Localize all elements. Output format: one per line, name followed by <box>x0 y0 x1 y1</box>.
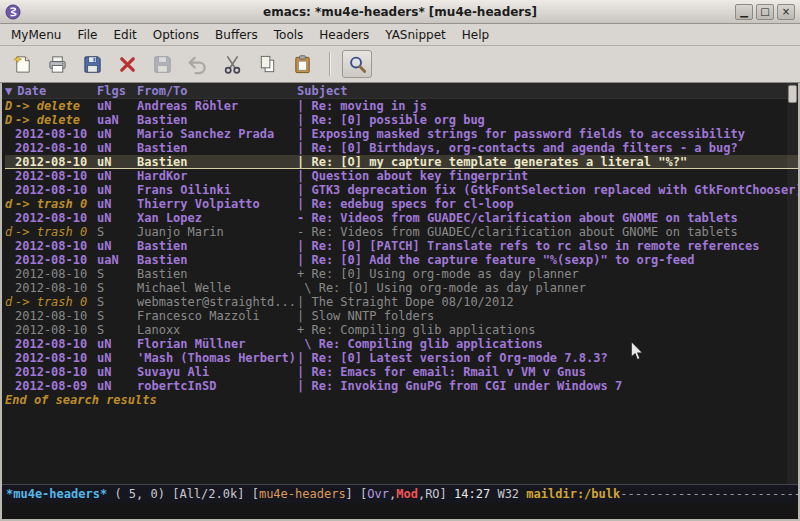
message-date: 2012-08-10 <box>15 281 97 295</box>
menu-item-tools[interactable]: Tools <box>266 26 312 44</box>
copy-button[interactable] <box>252 50 282 78</box>
message-flags: uN <box>97 337 137 351</box>
column-header-date-label: Date <box>17 84 46 98</box>
message-mark <box>5 323 15 337</box>
message-flags: uN <box>97 99 137 113</box>
message-flags: uN <box>97 211 137 225</box>
menu-item-yasnippet[interactable]: YASnippet <box>377 26 454 44</box>
save-button[interactable] <box>77 50 107 78</box>
sort-descending-icon: ▼ <box>5 84 12 98</box>
scrollbar-track[interactable] <box>787 83 798 484</box>
message-row[interactable]: 2012-08-10 uN Florian Müllner \ Re: Comp… <box>5 337 798 351</box>
message-mark <box>5 253 15 267</box>
modeline-ovr: Ovr <box>367 487 389 501</box>
message-date: 2012-08-10 <box>15 155 97 169</box>
message-subject: | Re: [0] possible org bug <box>297 113 798 127</box>
new-file-button[interactable] <box>7 50 37 78</box>
message-date: -> delete <box>15 99 97 113</box>
message-from: Juanjo Marin <box>137 225 297 239</box>
save-as-icon <box>152 54 173 75</box>
message-flags: uN <box>97 365 137 379</box>
message-from: Bastien <box>137 253 297 267</box>
maximize-button[interactable]: □ <box>756 4 774 20</box>
undo-button <box>182 50 212 78</box>
scrollbar-thumb[interactable] <box>788 85 797 103</box>
modeline: *mu4e-headers* ( 5, 0) [All/2.0k] [mu4e-… <box>2 484 798 503</box>
message-row[interactable]: 2012-08-10 uN HardKor | Question about k… <box>5 169 798 183</box>
modeline-mode-close: ] <box>346 487 360 501</box>
message-subject: | Re: Invoking GnuPG from CGI under Wind… <box>297 379 798 393</box>
column-header-from[interactable]: From/To <box>137 84 297 98</box>
message-from: Suvayu Ali <box>137 365 297 379</box>
mu4e-headers-buffer[interactable]: ▼Date Flgs From/To Subject D -> delete u… <box>2 83 798 484</box>
menu-item-headers[interactable]: Headers <box>311 26 377 44</box>
menu-item-edit[interactable]: Edit <box>106 26 145 44</box>
message-row[interactable]: 2012-08-10 uaN Bastien | Re: [0] Add the… <box>5 253 798 267</box>
message-row[interactable]: 2012-08-10 uN Mario Sanchez Prada | Expo… <box>5 127 798 141</box>
message-from: Xan Lopez <box>137 211 297 225</box>
message-row[interactable]: D -> delete uN Andreas Röhler | Re: movi… <box>5 99 798 113</box>
message-subject: | The Straight Dope 08/10/2012 <box>297 295 798 309</box>
message-row[interactable]: 2012-08-10 uN Bastien | Re: [0] [PATCH] … <box>5 239 798 253</box>
close-button[interactable]: × <box>777 4 795 20</box>
message-mark <box>5 169 15 183</box>
message-date: 2012-08-10 <box>15 267 97 281</box>
message-row[interactable]: 2012-08-10 uN Bastien | Re: [O] my captu… <box>5 155 798 169</box>
menu-item-help[interactable]: Help <box>454 26 497 44</box>
message-row[interactable]: 2012-08-10 S Bastien + Re: [0] Using org… <box>5 267 798 281</box>
titlebar[interactable]: emacs: *mu4e-headers* [mu4e-headers] ▁ □… <box>0 0 800 24</box>
message-date: 2012-08-10 <box>15 351 97 365</box>
modeline-mod: Mod <box>396 487 418 501</box>
message-row[interactable]: 2012-08-10 S Francesco Mazzoli | Slow NN… <box>5 309 798 323</box>
modeline-ro: RO <box>425 487 439 501</box>
message-row[interactable]: 2012-08-10 uN Frans Oilinki | GTK3 depre… <box>5 183 798 197</box>
message-mark <box>5 141 15 155</box>
message-mark <box>5 337 15 351</box>
message-row[interactable]: 2012-08-10 uN 'Mash (Thomas Herbert) | R… <box>5 351 798 365</box>
cut-button[interactable] <box>217 50 247 78</box>
modeline-time: 14:27 <box>454 487 497 501</box>
modeline-window-id: W32 <box>497 487 526 501</box>
cut-icon <box>222 54 243 75</box>
message-subject: | Re: moving in js <box>297 99 798 113</box>
column-header-subject[interactable]: Subject <box>297 84 798 98</box>
message-row[interactable]: D -> delete uaN Bastien | Re: [0] possib… <box>5 113 798 127</box>
message-subject: - Re: Videos from GUADEC/clarification a… <box>297 211 798 225</box>
column-header-date[interactable]: ▼Date <box>5 84 97 98</box>
message-date: 2012-08-10 <box>15 183 97 197</box>
menu-item-options[interactable]: Options <box>145 26 207 44</box>
menu-item-mymenu[interactable]: MyMenu <box>3 26 69 44</box>
message-from: Bastien <box>137 239 297 253</box>
modeline-mode-open: [ <box>252 487 259 501</box>
message-from: Bastien <box>137 267 297 281</box>
message-row[interactable]: d -> trash 0 S webmaster@straightd... | … <box>5 295 798 309</box>
message-row[interactable]: 2012-08-10 uN Bastien | Re: [0] Birthday… <box>5 141 798 155</box>
column-header-flags[interactable]: Flgs <box>97 84 137 98</box>
message-row[interactable]: 2012-08-10 uN Xan Lopez - Re: Videos fro… <box>5 211 798 225</box>
message-row[interactable]: 2012-08-10 uN Suvayu Ali | Re: Emacs for… <box>5 365 798 379</box>
emacs-icon <box>5 4 21 20</box>
message-mark <box>5 155 15 169</box>
message-mark <box>5 211 15 225</box>
print-button[interactable] <box>42 50 72 78</box>
minimize-button[interactable]: ▁ <box>735 4 753 20</box>
message-row[interactable]: d -> trash 0 uN Thierry Volpiatto | Re: … <box>5 197 798 211</box>
message-flags: S <box>97 281 137 295</box>
menu-item-buffers[interactable]: Buffers <box>207 26 266 44</box>
message-flags: uN <box>97 183 137 197</box>
paste-button[interactable] <box>287 50 317 78</box>
message-row[interactable]: d -> trash 0 S Juanjo Marin - Re: Videos… <box>5 225 798 239</box>
message-date: 2012-08-10 <box>15 323 97 337</box>
message-date: 2012-08-10 <box>15 309 97 323</box>
save-as-button <box>147 50 177 78</box>
message-flags: S <box>97 295 137 309</box>
menu-item-file[interactable]: File <box>69 26 105 44</box>
message-subject: + Re: Compiling glib applications <box>297 323 798 337</box>
close-buffer-button[interactable] <box>112 50 142 78</box>
echo-area[interactable] <box>2 503 798 519</box>
message-from: robertcInSD <box>137 379 297 393</box>
search-button[interactable] <box>342 50 372 78</box>
message-row[interactable]: 2012-08-10 S Michael Welle \ Re: [O] Usi… <box>5 281 798 295</box>
message-row[interactable]: 2012-08-10 S Lanoxx + Re: Compiling glib… <box>5 323 798 337</box>
message-row[interactable]: 2012-08-09 uN robertcInSD | Re: Invoking… <box>5 379 798 393</box>
